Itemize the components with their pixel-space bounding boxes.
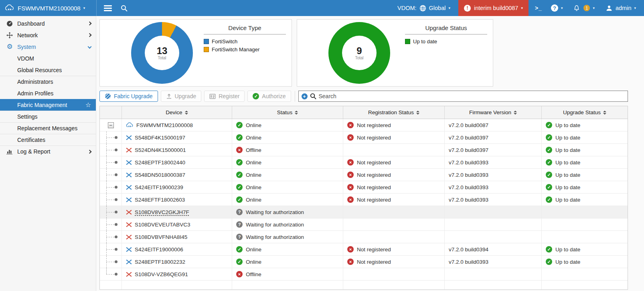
table-row[interactable]: S424EITF19000006 ✓Online ×Not registered… [100,243,628,256]
cross-circle-icon: × [236,271,243,277]
admin-user-menu[interactable]: admin ▾ [603,4,636,12]
chevron-right-icon [88,22,92,26]
device-selector[interactable]: FSWMVMTM21000008 ▾ [0,4,96,12]
row-device-cell[interactable]: S108DVEVEUTABVC3 [122,218,232,230]
fortiswitch-icon [126,259,132,265]
table-row[interactable]: S548DF4K15000197 ✓Online ×Not registered… [100,131,628,144]
device-name[interactable]: FSWMVMTM21000008 [136,122,193,128]
sidebar-item-certificates[interactable]: Certificates [0,134,96,146]
row-device-cell[interactable]: S548DN5018000387 [122,169,232,181]
column-header-device[interactable]: Device [122,106,232,119]
column-header-status[interactable]: Status [232,106,343,119]
sidebar-item-administrators[interactable]: Administrators [0,76,96,87]
sidebar-item-fabric-management[interactable]: Fabric Management ☆ [0,99,96,111]
device-name[interactable]: S524DN4K15000001 [135,147,186,153]
row-device-cell[interactable]: S548DF4K15000197 [122,131,232,143]
table-row[interactable]: S108DV-VZB6QEG91 ×Offline [100,268,628,281]
search-input[interactable] [319,93,625,99]
cross-circle-icon: × [347,184,354,190]
row-tree-cell [100,243,122,255]
check-circle-icon: ✓ [236,134,243,141]
column-header-upgrade-status[interactable]: Upgrade Status [542,106,628,119]
status-text: Waiting for authorization [246,209,304,215]
check-circle-icon: ✓ [236,196,243,203]
sidebar-item-dashboard[interactable]: Dashboard [0,18,96,29]
table-row[interactable]: S524DN4K15000001 ×Offline v7.2.0 build03… [100,144,628,156]
row-device-cell[interactable]: S108DV8VC2GKJH7F [122,206,232,218]
device-name[interactable]: S248EFTF18002603 [135,197,185,203]
build-alert-dropdown[interactable]: ! interim build0087 ▾ [458,0,529,16]
sidebar-item-global-resources[interactable]: Global Resources [0,64,96,76]
device-name[interactable]: S424EITF19000006 [135,247,183,253]
row-device-cell[interactable]: S248EFTF18002603 [122,194,232,206]
column-header-firmware-version[interactable]: Firmware Version [445,106,542,119]
row-device-cell[interactable]: S248EPTF18002440 [122,156,232,168]
menu-toggle-icon[interactable] [104,4,112,12]
row-firmware-cell: v7.2.0 build0397 [445,131,542,143]
favorite-star-icon[interactable]: ☆ [85,101,91,109]
sidebar-item-vdom[interactable]: VDOM [0,53,96,64]
legend-item[interactable]: FortiSwitch Manager [204,46,286,53]
check-circle-icon: ✓ [236,259,243,265]
row-device-cell[interactable]: S524DN4K15000001 [122,144,232,156]
fortiswitch-icon [126,135,132,140]
row-device-cell[interactable]: S108DVBVFNHA8I45 [122,231,232,243]
device-name[interactable]: S548DN5018000387 [135,172,185,178]
upgrade-text: Up to date [555,197,580,203]
fortiswitch-icon [126,222,132,227]
column-header-registration-status[interactable]: Registration Status [343,106,445,119]
device-name[interactable]: S248EPTF18002440 [135,160,185,166]
legend-item[interactable]: FortiSwitch [204,38,286,44]
bar-chart-icon [6,149,14,154]
table-row[interactable]: S548DN5018000387 ✓Online ×Not registered… [100,169,628,181]
help-icon: ? [551,4,558,12]
check-circle-icon: ✓ [546,172,552,178]
row-device-cell[interactable]: S424EITF19000006 [122,243,232,255]
sidebar-item-admin-profiles[interactable]: Admin Profiles [0,87,96,99]
summary-widgets: 13 Total Device Type FortiSwitchFortiSwi… [99,19,628,87]
device-name[interactable]: S424EITF19000239 [135,184,183,190]
device-name[interactable]: S108DVBVFNHA8I45 [135,234,187,240]
upgrade-button[interactable]: Upgrade [161,91,202,102]
row-status-cell: ?Waiting for authorization [232,218,343,230]
table-row[interactable]: S248EFTF18002603 ✓Online ×Not registered… [100,194,628,206]
device-name[interactable]: S108DV8VC2GKJH7F [135,209,189,215]
table-row[interactable]: S108DV8VC2GKJH7F ?Waiting for authorizat… [100,206,628,218]
sidebar-item-system[interactable]: ⚙ System [0,41,96,53]
table-row[interactable]: S108DVBVFNHA8I45 ?Waiting for authorizat… [100,231,628,243]
table-row[interactable]: S248EPTF18002440 ✓Online ×Not registered… [100,156,628,169]
cli-console-icon[interactable]: >_ [535,5,542,11]
table-row[interactable]: S248EPTF18002232 ✓Online ×Not registered… [100,256,628,268]
device-name[interactable]: S108DV-VZB6QEG91 [135,271,188,277]
table-search[interactable]: + [298,91,628,102]
device-name[interactable]: S248EPTF18002232 [135,259,185,265]
global-search-icon[interactable] [121,5,128,12]
row-status-cell: ×Offline [232,144,343,156]
check-circle-icon: ✓ [546,122,552,128]
vdom-selector[interactable]: VDOM: Global ▾ [397,5,450,12]
sidebar-item-network[interactable]: Network [0,29,96,41]
device-name[interactable]: S548DF4K15000197 [135,135,185,141]
authorize-button[interactable]: ✓ Authorize [247,91,291,102]
sort-icon [185,111,188,115]
register-button[interactable]: Register [204,91,245,102]
status-text: Online [246,197,261,203]
row-device-cell[interactable]: S248EPTF18002232 [122,256,232,268]
row-device-cell[interactable]: FSWMVMTM21000008 [122,119,232,131]
table-row[interactable]: S424EITF19000239 ✓Online ×Not registered… [100,181,628,194]
help-menu[interactable]: ? ▾ [551,4,563,12]
fabric-upgrade-button[interactable]: Fabric Upgrade [99,91,158,102]
sidebar-item-replacement-messages[interactable]: Replacement Messages [0,122,96,134]
row-device-cell[interactable]: S424EITF19000239 [122,181,232,193]
device-name[interactable]: S108DVEVEUTABVC3 [135,222,190,228]
table-row[interactable]: – FSWMVMTM21000008 ✓Online ×Not register… [100,119,628,131]
add-filter-icon[interactable]: + [302,93,308,99]
chevron-right-icon [88,150,92,154]
sidebar-item-log-report[interactable]: Log & Report [0,146,96,157]
table-row[interactable]: S108DVEVEUTABVC3 ?Waiting for authorizat… [100,218,628,231]
notifications-menu[interactable]: 1 ▾ [571,5,595,12]
collapse-tree-button[interactable]: – [108,122,114,128]
row-device-cell[interactable]: S108DV-VZB6QEG91 [122,268,232,280]
legend-item[interactable]: Up to date [405,38,487,44]
sidebar-item-settings[interactable]: Settings [0,111,96,122]
